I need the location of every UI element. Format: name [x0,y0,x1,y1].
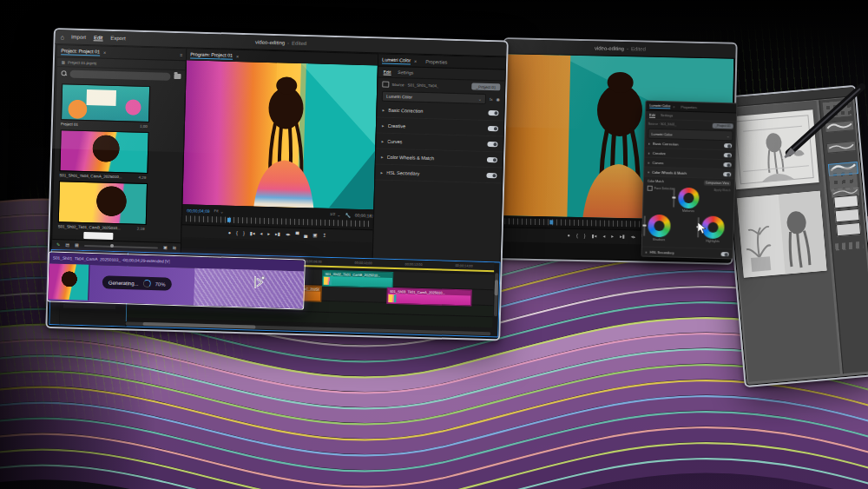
tab-properties-2[interactable]: Properties [681,104,697,109]
timeline-clip-teal[interactable]: S01_Sh02_Tk01_CamB_2025010... [322,270,393,288]
new-bin-icon[interactable]: ▣ [163,246,168,250]
tab-close-icon[interactable]: × [414,58,417,63]
step-forward-icon[interactable]: ▸▮ [620,235,625,240]
timeline-vertical-scrollbar[interactable] [494,273,498,316]
menu-export[interactable]: Export [110,36,126,41]
eye-visibility-icon[interactable]: ◉ [496,96,500,102]
section-hsl-2[interactable]: ▸ HSL Secondary [642,247,733,259]
subtab-settings-2[interactable]: Settings [661,113,674,117]
window-title-1: video-editing [255,39,285,45]
home-icon[interactable]: ⌂ [61,34,64,40]
list-view-icon[interactable]: ▤ [65,242,69,247]
mark-in-icon[interactable]: { [236,231,238,236]
rail-bottom-icons[interactable] [835,241,864,251]
mark-out-icon[interactable]: } [243,231,245,236]
project-item-sequence[interactable]: Project 01 1;00 [61,83,148,129]
mark-in-icon[interactable]: { [576,234,578,239]
fx-badge-icon[interactable]: fx [490,97,493,102]
search-row [56,67,185,83]
step-back-icon[interactable]: ◂ [260,231,263,236]
project-item-clip2[interactable]: S01_Sh02_Tk01_CamB_2025010... 2;19 [58,181,147,232]
fx-toggle[interactable] [488,126,498,131]
lift-icon[interactable]: ▀ [295,233,299,238]
fx-toggle[interactable] [723,172,731,176]
icon-view-icon[interactable]: ▦ [75,243,79,248]
tab-program[interactable]: Program: Project 01 [190,51,233,59]
section-hsl-secondary[interactable]: ▸ HSL Secondary [375,164,502,183]
step-forward-icon[interactable]: ▸▮ [275,232,280,237]
playhead-2[interactable] [549,220,553,224]
ruler-label: 00;00;10;00 [355,261,372,265]
progress-spinner-icon [142,280,150,287]
play-icon[interactable]: ▸ [611,235,614,240]
go-to-out-icon[interactable]: ◂▸ [631,235,636,241]
menu-import[interactable]: Import [71,35,86,40]
layer-thumb-3[interactable] [836,222,861,236]
source-chip-2[interactable]: _Project 01 [713,123,733,129]
source-chip-button[interactable]: _Project 01 [471,83,500,90]
resolution-label: 1/2 [330,212,335,216]
gen-clip-body: Generating... 70% [48,263,304,308]
folder-icon[interactable] [174,74,181,79]
pen-tool-icon[interactable]: ✎ [56,242,60,247]
clip2-thumbnail [58,181,148,225]
extract-icon[interactable]: ▄ [304,233,307,238]
storyboard-frame-2[interactable] [737,191,827,278]
fx-toggle[interactable] [487,156,497,162]
project-panel: Project: Project 01 × ≡ ▦ Project 01.prp… [51,44,187,254]
tab-close-2[interactable]: × [673,104,674,109]
panel-icon-row[interactable] [828,167,858,192]
zoom-slider[interactable] [84,245,158,248]
export-frame-icon[interactable]: ▣ [312,233,317,238]
fx-toggle[interactable] [724,153,732,157]
lumetri-floating-panel[interactable]: Lumetri Color × Properties Edit Settings… [641,101,738,260]
project-item-file-partial[interactable] [83,232,113,240]
tab-properties[interactable]: Properties [425,58,447,64]
panel-menu-icon[interactable]: ≡ [180,52,182,57]
layer-thumb-2[interactable] [835,208,860,222]
clip-thumbnail [324,277,332,285]
tab-lumetri-color-2[interactable]: Lumetri Color [649,103,670,109]
subtab-edit[interactable]: Edit [384,69,391,75]
fx-toggle[interactable] [723,162,731,167]
settings-wrench-icon[interactable]: 🔧 [345,212,350,217]
search-input[interactable] [69,69,171,80]
shadows-wheel[interactable] [648,215,671,238]
tab-close-icon[interactable]: × [236,53,239,58]
shadows-slider[interactable] [643,216,646,236]
playhead-1[interactable] [227,218,231,222]
step-back-icon[interactable]: ◂ [602,235,605,240]
settings-icon[interactable]: ↥ [322,233,326,238]
fx-toggle[interactable] [721,252,729,256]
fit-dropdown[interactable]: Fit ⌄ [214,208,224,214]
resolution-dropdown[interactable]: 1/2 ⌄ [330,211,341,216]
tab-close-icon[interactable]: × [103,50,106,55]
fx-toggle[interactable] [488,110,498,116]
layer-thumb-1[interactable] [833,195,858,208]
midtones-wheel[interactable] [678,188,700,209]
color-match-label: Color Match [648,179,702,184]
fx-toggle[interactable] [487,141,497,146]
comparison-view-button[interactable]: Comparison View [703,180,731,186]
record-icon[interactable]: ● [228,230,231,235]
new-item-icon[interactable]: ⊞ [173,246,176,250]
subtab-settings[interactable]: Settings [398,69,413,76]
chevron-right-icon: ▸ [646,249,648,254]
chevron-down-icon: ⌄ [478,96,482,102]
fx-toggle[interactable] [486,172,496,177]
tab-lumetri-color[interactable]: Lumetri Color [382,56,411,64]
generative-extend-clip[interactable]: S01_Sh01_Tk04_CamA_20250103_ -00;00;04;2… [47,251,306,309]
go-to-in-icon[interactable]: ▮◂ [592,235,597,240]
record-icon[interactable]: ● [568,234,570,239]
play-icon[interactable]: ▸ [267,232,270,237]
subtab-edit-2[interactable]: Edit [649,112,655,117]
midtones-slider[interactable] [673,188,675,207]
menu-edit[interactable]: Edit [94,35,103,41]
fx-toggle[interactable] [724,143,732,148]
tab-project[interactable]: Project: Project 01 [61,48,100,56]
mark-out-icon[interactable]: } [584,234,586,239]
timeline-clip-pink[interactable]: S01_Sh03_Tk01_CamA_2025010... [386,287,471,307]
project-item-clip1[interactable]: S01_Sh01_Tk04_CamA_2025010... 4;29 [59,129,148,181]
go-to-in-icon[interactable]: ▮◂ [250,231,255,236]
go-to-out-icon[interactable]: ◂▸ [286,232,291,237]
